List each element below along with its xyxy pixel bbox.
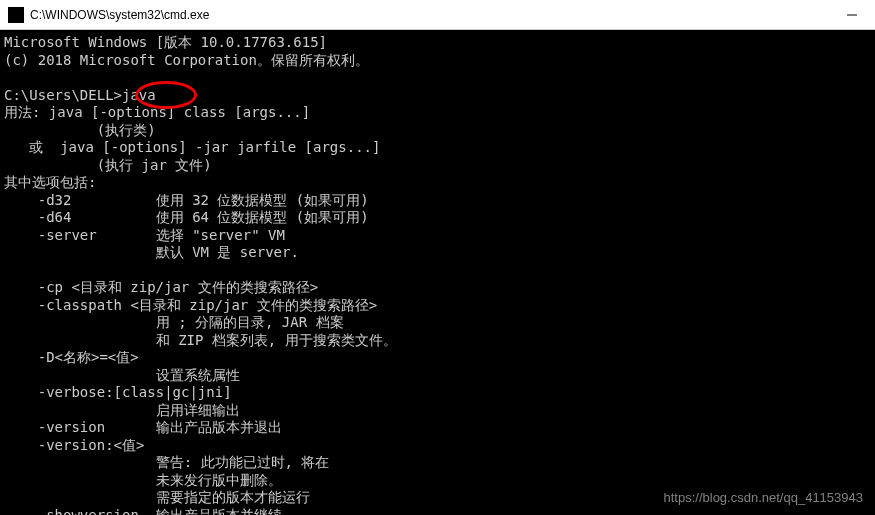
terminal-line: -cp <目录和 zip/jar 文件的类搜索路径> — [4, 279, 318, 295]
terminal-line: 需要指定的版本才能运行 — [4, 489, 310, 505]
minimize-button[interactable] — [829, 0, 875, 29]
terminal-line: -version:<值> — [4, 437, 144, 453]
terminal-line: 设置系统属性 — [4, 367, 240, 383]
terminal-line: (c) 2018 Microsoft Corporation。保留所有权利。 — [4, 52, 369, 68]
terminal-line: 其中选项包括: — [4, 174, 96, 190]
terminal-output[interactable]: Microsoft Windows [版本 10.0.17763.615] (c… — [0, 30, 875, 515]
terminal-line: 未来发行版中删除。 — [4, 472, 282, 488]
watermark-text: https://blog.csdn.net/qq_41153943 — [664, 490, 864, 505]
terminal-line: 启用详细输出 — [4, 402, 240, 418]
terminal-line: Microsoft Windows [版本 10.0.17763.615] — [4, 34, 327, 50]
terminal-line: 或 java [-options] -jar jarfile [args...] — [4, 139, 380, 155]
terminal-line: -version 输出产品版本并退出 — [4, 419, 282, 435]
terminal-line: 用 ; 分隔的目录, JAR 档案 — [4, 314, 344, 330]
terminal-line: -showversion 输出产品版本并继续 — [4, 507, 282, 516]
terminal-line: -d64 使用 64 位数据模型 (如果可用) — [4, 209, 369, 225]
terminal-line: 警告: 此功能已过时, 将在 — [4, 454, 329, 470]
terminal-line: -d32 使用 32 位数据模型 (如果可用) — [4, 192, 369, 208]
cmd-icon — [8, 7, 24, 23]
terminal-line: -D<名称>=<值> — [4, 349, 139, 365]
terminal-line: -verbose:[class|gc|jni] — [4, 384, 232, 400]
terminal-line: 和 ZIP 档案列表, 用于搜索类文件。 — [4, 332, 397, 348]
terminal-line: C:\Users\DELL>java — [4, 87, 156, 103]
terminal-line: (执行类) — [4, 122, 156, 138]
window-controls — [829, 0, 875, 29]
terminal-line: 用法: java [-options] class [args...] — [4, 104, 310, 120]
terminal-line: -classpath <目录和 zip/jar 文件的类搜索路径> — [4, 297, 377, 313]
terminal-line: -server 选择 "server" VM — [4, 227, 285, 243]
terminal-line: 默认 VM 是 server. — [4, 244, 299, 260]
terminal-line: (执行 jar 文件) — [4, 157, 212, 173]
window-titlebar: C:\WINDOWS\system32\cmd.exe — [0, 0, 875, 30]
window-title: C:\WINDOWS\system32\cmd.exe — [30, 8, 829, 22]
